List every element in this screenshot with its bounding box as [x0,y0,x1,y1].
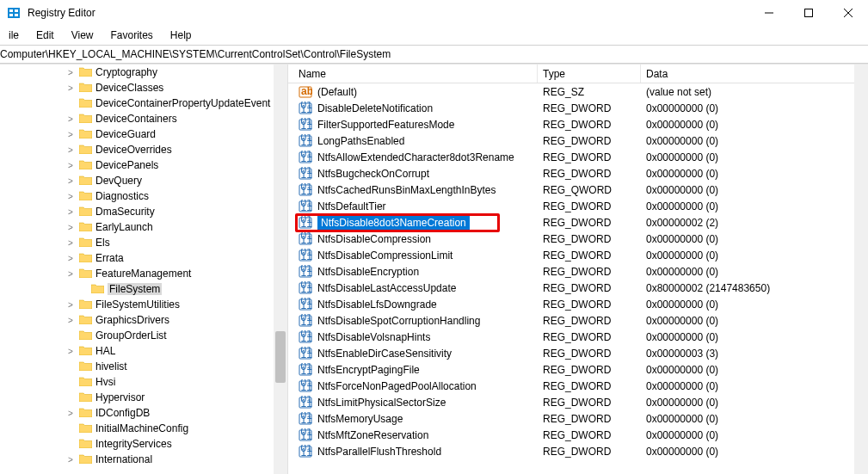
tree-item-label: FeatureManagement [95,268,191,280]
tree-item[interactable]: >DeviceClasses [0,80,287,95]
value-type: REG_DWORD [538,429,641,441]
tree-item[interactable]: >International [0,452,287,467]
value-row[interactable]: (Default)REG_SZ(value not set) [288,83,868,100]
values-scrollbar[interactable] [854,65,868,474]
expand-toggle-icon[interactable]: > [65,223,76,232]
tree-item[interactable]: >Diagnostics [0,188,287,204]
menu-file[interactable]: ile [0,28,28,43]
tree-item[interactable]: >HAL [0,343,287,359]
value-row[interactable]: NtfsAllowExtendedCharacter8dot3RenameREG… [288,149,868,165]
expand-toggle-icon[interactable]: > [65,269,76,279]
tree-item[interactable]: >DevQuery [0,173,287,188]
value-name-cell: NtfsBugcheckOnCorrupt [288,167,538,181]
column-header-data[interactable]: Data [641,65,868,83]
tree-item[interactable]: >DeviceOverrides [0,142,287,157]
tree-scrollbar[interactable] [274,65,287,474]
value-name: NtfsDisableSpotCorruptionHandling [317,315,480,327]
value-row[interactable]: NtfsMftZoneReservationREG_DWORD0x0000000… [288,427,868,443]
value-row[interactable]: NtfsDisableEncryptionREG_DWORD0x00000000… [288,263,868,280]
minimize-button[interactable] [749,0,789,26]
tree-item[interactable]: >DmaSecurity [0,204,287,219]
value-name-cell: NtfsLimitPhysicalSectorSize [288,396,538,409]
tree-item[interactable]: DeviceContainerPropertyUpdateEvent [0,95,287,111]
expand-toggle-icon[interactable]: > [65,68,76,77]
tree-item[interactable]: >DeviceContainers [0,111,287,126]
value-row[interactable]: NtfsParallelFlushThresholdREG_DWORD0x000… [288,443,868,459]
tree-item[interactable]: >FeatureManagement [0,266,287,281]
expand-toggle-icon[interactable]: > [65,192,76,201]
value-row[interactable]: NtfsDisableVolsnapHintsREG_DWORD0x000000… [288,329,868,345]
expand-toggle-icon[interactable]: > [65,83,76,93]
value-row[interactable]: DisableDeleteNotificationREG_DWORD0x0000… [288,100,868,116]
column-headers: Name Type Data [288,65,868,83]
value-data: 0x00000000 (0) [641,429,868,441]
folder-icon [79,237,92,249]
tree-item-label: IDConfigDB [95,407,150,419]
value-row[interactable]: NtfsMemoryUsageREG_DWORD0x00000000 (0) [288,410,868,427]
expand-toggle-icon[interactable]: > [65,145,76,155]
value-row[interactable]: FilterSupportedFeaturesModeREG_DWORD0x00… [288,116,868,132]
expand-toggle-icon[interactable]: > [65,300,76,310]
tree-item[interactable]: hivelist [0,359,287,374]
column-header-name[interactable]: Name [288,65,538,83]
binary-value-icon [299,200,312,213]
maximize-button[interactable] [789,0,828,26]
tree-item[interactable]: >GraphicsDrivers [0,312,287,328]
tree-item[interactable]: InitialMachineConfig [0,421,287,436]
value-row[interactable]: NtfsEncryptPagingFileREG_DWORD0x00000000… [288,361,868,378]
value-row[interactable]: NtfsDisableLastAccessUpdateREG_DWORD0x80… [288,280,868,296]
tree-item[interactable]: FileSystem [0,281,287,297]
expand-toggle-icon[interactable]: > [65,347,76,356]
expand-toggle-icon[interactable]: > [65,409,76,418]
tree-item[interactable]: >IDConfigDB [0,405,287,421]
expand-toggle-icon[interactable]: > [65,455,76,465]
menu-help[interactable]: Help [162,28,200,43]
tree-item[interactable]: >Els [0,235,287,250]
menu-favorites[interactable]: Favorites [102,28,162,43]
tree-item[interactable]: >FileSystemUtilities [0,297,287,312]
value-row[interactable]: NtfsDisableLfsDowngradeREG_DWORD0x000000… [288,296,868,312]
value-row[interactable]: NtfsDisableCompressionLimitREG_DWORD0x00… [288,247,868,263]
value-row[interactable]: NtfsDisableSpotCorruptionHandlingREG_DWO… [288,312,868,329]
column-header-type[interactable]: Type [538,65,641,83]
menu-edit[interactable]: Edit [28,28,63,43]
tree-item[interactable]: GroupOrderList [0,328,287,343]
tree-item[interactable]: >Errata [0,250,287,266]
tree-item[interactable]: Hypervisor [0,390,287,405]
value-type: REG_DWORD [538,233,641,245]
value-row[interactable]: NtfsLimitPhysicalSectorSizeREG_DWORD0x00… [288,394,868,410]
value-name: NtfsDisableCompression [317,233,431,245]
tree-item[interactable]: >DevicePanels [0,157,287,173]
expand-toggle-icon[interactable]: > [65,114,76,124]
close-button[interactable] [828,0,868,26]
value-row[interactable]: NtfsDisable8dot3NameCreationREG_DWORD0x0… [288,214,868,231]
expand-toggle-icon[interactable]: > [65,238,76,248]
value-row[interactable]: NtfsEnableDirCaseSensitivityREG_DWORD0x0… [288,345,868,361]
address-bar[interactable]: Computer\HKEY_LOCAL_MACHINE\SYSTEM\Curre… [0,45,868,64]
svg-rect-0 [8,8,20,18]
value-row[interactable]: NtfsCachedRunsBinMaxLengthInBytesREG_QWO… [288,182,868,198]
expand-toggle-icon[interactable]: > [65,207,76,217]
expand-toggle-icon[interactable]: > [65,176,76,186]
tree-item-label: DeviceClasses [95,82,163,94]
expand-toggle-icon[interactable]: > [65,161,76,170]
tree-item[interactable]: >EarlyLaunch [0,219,287,235]
expand-toggle-icon[interactable]: > [65,254,76,263]
binary-value-icon [299,363,312,377]
menu-view[interactable]: View [63,28,102,43]
value-row[interactable]: NtfsForceNonPagedPoolAllocationREG_DWORD… [288,378,868,394]
value-row[interactable]: NtfsDisableCompressionREG_DWORD0x0000000… [288,231,868,247]
expand-toggle-icon[interactable]: > [65,130,76,139]
tree-item-label: Errata [95,252,124,264]
expand-toggle-icon[interactable]: > [65,316,76,325]
tree-item[interactable]: >DeviceGuard [0,126,287,142]
tree-scrollbar-thumb[interactable] [275,331,286,383]
value-row[interactable]: NtfsBugcheckOnCorruptREG_DWORD0x00000000… [288,165,868,182]
tree-item[interactable]: IntegrityServices [0,436,287,452]
value-row[interactable]: LongPathsEnabledREG_DWORD0x00000000 (0) [288,132,868,149]
value-row[interactable]: NtfsDefaultTierREG_DWORD0x00000000 (0) [288,198,868,214]
tree-item[interactable]: Hvsi [0,374,287,390]
tree-item-label: International [95,453,152,465]
tree-item-label: DeviceGuard [95,128,156,140]
tree-item[interactable]: >Cryptography [0,65,287,80]
